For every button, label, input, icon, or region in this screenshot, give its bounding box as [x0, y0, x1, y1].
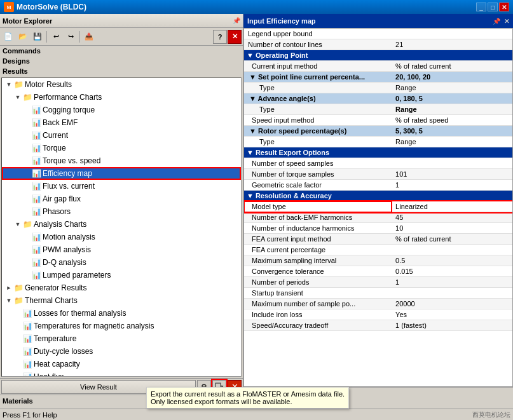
expander-thermal[interactable]: ▼ — [4, 296, 13, 305]
tree-item-efficiency-map[interactable]: ▼ 📊 Efficiency map — [2, 167, 241, 180]
tree-label: Efficiency map — [43, 169, 92, 178]
prop-value[interactable]: Yes — [392, 309, 512, 320]
prop-label: Speed input method — [244, 115, 392, 126]
prop-value[interactable]: % of rated speed — [392, 115, 512, 126]
prop-value[interactable]: % of rated current — [392, 61, 512, 72]
pin-icon[interactable]: 📌 — [233, 17, 240, 24]
toolbar-close-button[interactable]: ✕ — [228, 30, 242, 44]
table-row: Type Range — [244, 137, 512, 147]
chart-icon10: 📊 — [31, 232, 41, 242]
tree-item-heat-capacity[interactable]: ▼ 📊 Heat capacity — [2, 358, 241, 370]
tree-item-torque-speed[interactable]: ▼ 📊 Torque vs. speed — [2, 154, 241, 167]
chart-icon19: 📊 — [22, 372, 32, 377]
group-label: ▼Resolution & Accuracy — [244, 191, 512, 201]
tree-item-motion[interactable]: ▼ 📊 Motion analysis — [2, 231, 241, 243]
status-bar: Press F1 for Help 西莫电机论坛 — [0, 409, 513, 420]
tree-item-airgap[interactable]: ▼ 📊 Air gap flux — [2, 193, 241, 205]
tree-container[interactable]: ▼ 📁 Motor Results ▼ 📁 Performance Charts… — [1, 78, 242, 377]
subgroup-setpoint[interactable]: ▼ Set point line current percenta... 20,… — [244, 72, 512, 83]
tree-item-current[interactable]: ▼ 📊 Current — [2, 129, 241, 142]
prop-value[interactable]: Range — [392, 137, 512, 147]
tree-label: Air gap flux — [43, 194, 81, 203]
tooltip-line2: Only licensed export formats will be ava… — [151, 398, 345, 405]
minimize-button[interactable]: _ — [476, 3, 486, 11]
save-button[interactable]: 💾 — [31, 30, 44, 44]
chart-icon3: 📊 — [31, 130, 41, 140]
prop-value[interactable]: 1 — [392, 180, 512, 191]
expander-analysis[interactable]: ▼ — [13, 220, 22, 229]
tree-item-dq[interactable]: ▼ 📊 D-Q analysis — [2, 256, 241, 269]
prop-value[interactable]: 10 — [392, 223, 512, 234]
expander-perf[interactable]: ▼ — [13, 93, 22, 102]
table-row: Number of torque samples 101 — [244, 169, 512, 180]
expander-gen[interactable]: ► — [4, 283, 13, 292]
tree-item-generator[interactable]: ► 📁 Generator Results — [2, 281, 241, 294]
subgroup-label: ▼ Advance angle(s) — [244, 93, 392, 104]
group-header-operating[interactable]: ▼Operating Point — [244, 50, 512, 61]
prop-value[interactable]: % of rated current — [392, 234, 512, 245]
undo-button[interactable]: ↩ — [49, 30, 63, 44]
tree-item-losses-thermal[interactable]: ▼ 📊 Losses for thermal analysis — [2, 307, 241, 320]
right-panel: Input Efficiency map 📌 ✕ Legend upper bo… — [243, 14, 513, 406]
tree-item-pwm[interactable]: ▼ 📊 PWM analysis — [2, 243, 241, 256]
new-button[interactable]: 📄 — [1, 30, 15, 44]
help-button[interactable]: ? — [213, 30, 227, 44]
tree-item-lumped[interactable]: ▼ 📊 Lumped parameters — [2, 269, 241, 281]
prop-label: FEA current percentage — [244, 245, 392, 255]
tree-item-temperature[interactable]: ▼ 📊 Temperature — [2, 332, 241, 345]
prop-value[interactable] — [392, 288, 512, 299]
prop-value[interactable]: 20000 — [392, 299, 512, 309]
table-row: Maximum sampling interval 0.5 — [244, 255, 512, 266]
tree-item-phasors[interactable]: ▼ 📊 Phasors — [2, 205, 241, 218]
right-panel-close-icon[interactable]: ✕ — [504, 18, 509, 25]
prop-value[interactable]: Range — [392, 104, 512, 115]
prop-value[interactable]: 21 — [392, 39, 512, 50]
prop-label: Number of speed samples — [244, 158, 392, 169]
subgroup-advance[interactable]: ▼ Advance angle(s) 0, 180, 5 — [244, 93, 512, 104]
group-header-result-export[interactable]: ▼Result Export Options — [244, 147, 512, 158]
prop-value[interactable]: 0.015 — [392, 266, 512, 277]
group-label: ▼Result Export Options — [244, 147, 512, 158]
tree-item-motor-results[interactable]: ▼ 📁 Motor Results — [2, 78, 241, 91]
table-row: Geometric scale factor 1 — [244, 180, 512, 191]
redo-button[interactable]: ↪ — [64, 30, 78, 44]
tree-item-duty-cycle[interactable]: ▼ 📊 Duty-cycle losses — [2, 345, 241, 358]
chart-icon15: 📊 — [22, 321, 32, 331]
export-button[interactable]: 📤 — [82, 30, 96, 44]
tree-item-analysis-charts[interactable]: ▼ 📁 Analysis Charts — [2, 218, 241, 231]
tree-item-flux[interactable]: ▼ 📊 Flux vs. current — [2, 180, 241, 193]
subgroup-rotor-speed[interactable]: ▼ Rotor speed percentage(s) 5, 300, 5 — [244, 126, 512, 137]
results-section: Results — [0, 66, 243, 76]
tree-item-torque[interactable]: ▼ 📊 Torque — [2, 142, 241, 154]
prop-label: Number of contour lines — [244, 39, 392, 50]
tree-item-back-emf[interactable]: ▼ 📊 Back EMF — [2, 116, 241, 129]
prop-value[interactable] — [392, 29, 512, 39]
tree-item-temperatures[interactable]: ▼ 📊 Temperatures for magnetic analysis — [2, 320, 241, 332]
prop-value[interactable] — [392, 245, 512, 255]
brand-text: 西莫电机论坛 — [472, 410, 510, 419]
tree-item-performance-charts[interactable]: ▼ 📁 Performance Charts — [2, 91, 241, 104]
prop-value[interactable]: 101 — [392, 169, 512, 180]
close-button[interactable]: ✕ — [499, 3, 509, 11]
prop-value[interactable] — [392, 158, 512, 169]
tree-item-cogging[interactable]: ▼ 📊 Cogging torque — [2, 104, 241, 116]
open-button[interactable]: 📂 — [16, 30, 30, 44]
prop-value[interactable]: 45 — [392, 212, 512, 223]
tree-item-thermal[interactable]: ▼ 📁 Thermal Charts — [2, 294, 241, 307]
prop-value[interactable]: 1 (fastest) — [392, 320, 512, 331]
prop-value[interactable]: 1 — [392, 277, 512, 288]
title-bar: M MotorSolve (BLDC) _ □ ✕ — [0, 0, 513, 14]
prop-value[interactable]: Range — [392, 83, 512, 93]
right-panel-pin-icon[interactable]: 📌 — [493, 18, 500, 25]
prop-label-model-type: Model type — [244, 201, 392, 212]
tree-label: Current — [43, 131, 68, 140]
chart-icon2: 📊 — [31, 118, 41, 128]
toolbar-separator2 — [79, 31, 80, 43]
maximize-button[interactable]: □ — [488, 3, 498, 11]
tree-item-heat-flux[interactable]: ▼ 📊 Heat flux — [2, 370, 241, 377]
prop-value[interactable]: 0.5 — [392, 255, 512, 266]
expander-motor-results[interactable]: ▼ — [4, 80, 13, 89]
properties-table-container[interactable]: Legend upper bound Number of contour lin… — [243, 28, 513, 387]
group-header-resolution[interactable]: ▼Resolution & Accuracy — [244, 191, 512, 201]
prop-value-model-type[interactable]: Linearized — [392, 201, 512, 212]
